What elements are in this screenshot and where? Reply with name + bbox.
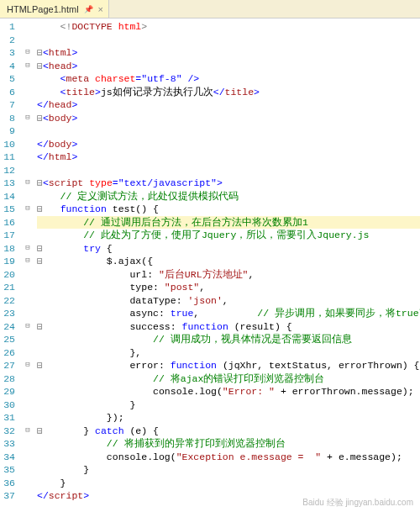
close-icon[interactable]: ×	[98, 4, 103, 14]
pin-icon: 📌	[84, 5, 93, 13]
code-editor[interactable]: 1234567891011121314151617181920212223242…	[0, 18, 420, 512]
line-number-gutter: 1234567891011121314151617181920212223242…	[0, 18, 22, 512]
fold-column: ⊟⊟⊟⊟⊟⊟⊟⊟⊟⊟	[22, 18, 34, 512]
tab-bar: HTMLPage1.html 📌 ×	[0, 0, 420, 18]
watermark: Baidu 经验 jingyan.baidu.com	[302, 497, 413, 509]
code-content[interactable]: <!DOCTYPE html> ⊟<html>⊟<head> <meta cha…	[34, 18, 420, 512]
file-tab[interactable]: HTMLPage1.html 📌 ×	[0, 0, 109, 18]
tab-filename: HTMLPage1.html	[7, 4, 79, 14]
